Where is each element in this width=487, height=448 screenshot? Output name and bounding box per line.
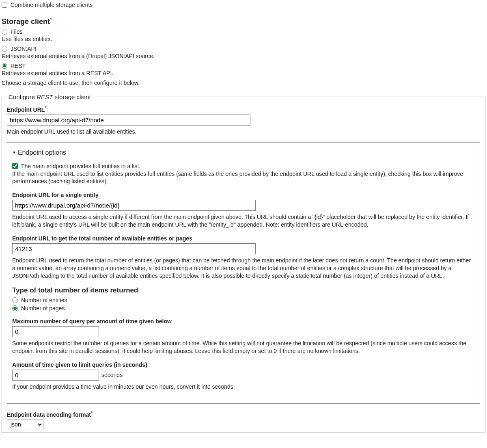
storage-client-instruction: Choose a storage client to use, then con…	[2, 80, 485, 86]
count-url-label: Endpoint URL to get the total number of …	[12, 235, 475, 242]
endpoint-url-label: Endpoint URL*	[7, 105, 480, 113]
encoding-format-select[interactable]: json	[7, 420, 43, 429]
storage-client-desc-files: Use files as entities.	[2, 36, 485, 42]
endpoint-url-description: Main endpoint URL used to list all avail…	[7, 128, 480, 136]
total-type-label-entities: Number of entities	[21, 297, 67, 303]
max-query-input[interactable]	[12, 326, 99, 337]
max-query-label: Maximum number of query per amount of ti…	[12, 318, 475, 325]
combine-storage-clients-label: Combine multiple storage clients	[11, 2, 93, 8]
count-url-input[interactable]	[12, 243, 256, 254]
total-type-radio-pages[interactable]	[12, 305, 18, 311]
encoding-format-label-text: Endpoint data encoding format	[7, 411, 91, 418]
endpoint-options-fieldset: ▼ Endpoint options The main endpoint pro…	[7, 142, 480, 404]
caret-down-icon: ▼	[12, 150, 16, 155]
storage-client-heading-text: Storage client	[2, 17, 50, 26]
endpoint-url-label-text: Endpoint URL	[7, 106, 45, 113]
time-limit-description: If your endpoint provides a time value i…	[12, 383, 475, 391]
total-type-label-pages: Number of pages	[21, 305, 65, 312]
total-type-heading: Type of total number of items returned	[12, 286, 475, 294]
count-url-description: Endpoint URL used to return the total nu…	[12, 257, 475, 280]
storage-client-desc-rest: Retrieves external entities from a REST …	[2, 70, 485, 76]
legend-italic: REST	[37, 93, 53, 100]
storage-client-radio-group: Files Use files as entities. JSON:API Re…	[2, 28, 485, 76]
storage-client-label-jsonapi: JSON:API	[11, 45, 37, 52]
encoding-format-label: Endpoint data encoding format*	[7, 410, 480, 418]
storage-client-desc-jsonapi: Retrieves external entities from a (Drup…	[2, 53, 485, 59]
full-entities-label: The main endpoint provides full entities…	[21, 163, 140, 169]
endpoint-url-input[interactable]	[7, 115, 250, 126]
storage-client-radio-rest[interactable]	[2, 63, 7, 69]
full-entities-checkbox[interactable]	[12, 163, 18, 169]
single-entity-label: Endpoint URL for a single entity	[12, 192, 475, 198]
legend-suffix: storage client	[53, 93, 91, 100]
endpoint-options-summary[interactable]: ▼ Endpoint options	[12, 149, 475, 156]
combine-storage-clients-checkbox[interactable]	[2, 2, 7, 8]
configure-rest-fieldset: Configure REST storage client Endpoint U…	[2, 93, 485, 433]
storage-client-heading: Storage client*	[2, 17, 485, 26]
single-entity-description: Endpoint URL used to access a single ent…	[12, 213, 475, 229]
endpoint-options-summary-text: Endpoint options	[18, 149, 66, 156]
time-limit-suffix: seconds	[101, 372, 123, 378]
single-entity-input[interactable]	[12, 200, 256, 211]
storage-client-label-rest: REST	[11, 63, 26, 69]
combine-storage-clients-checkbox-row: Combine multiple storage clients	[2, 2, 485, 8]
time-limit-input[interactable]	[12, 370, 99, 381]
full-entities-description: If the main endpoint URL used to list en…	[12, 170, 475, 186]
max-query-description: Some endpoints restrict the number of qu…	[12, 340, 475, 355]
full-entities-checkbox-row: The main endpoint provides full entities…	[12, 163, 475, 169]
storage-client-radio-jsonapi[interactable]	[2, 46, 7, 52]
total-type-radio-entities[interactable]	[12, 297, 18, 303]
required-icon: *	[45, 105, 46, 110]
storage-client-label-files: Files	[11, 28, 23, 35]
storage-client-radio-files[interactable]	[2, 29, 7, 35]
required-icon: *	[91, 410, 93, 415]
legend-prefix: Configure	[9, 93, 37, 100]
required-icon: *	[50, 17, 52, 22]
time-limit-label: Amount of time given to limit queries (i…	[12, 361, 475, 368]
configure-rest-legend: Configure REST storage client	[7, 93, 93, 100]
